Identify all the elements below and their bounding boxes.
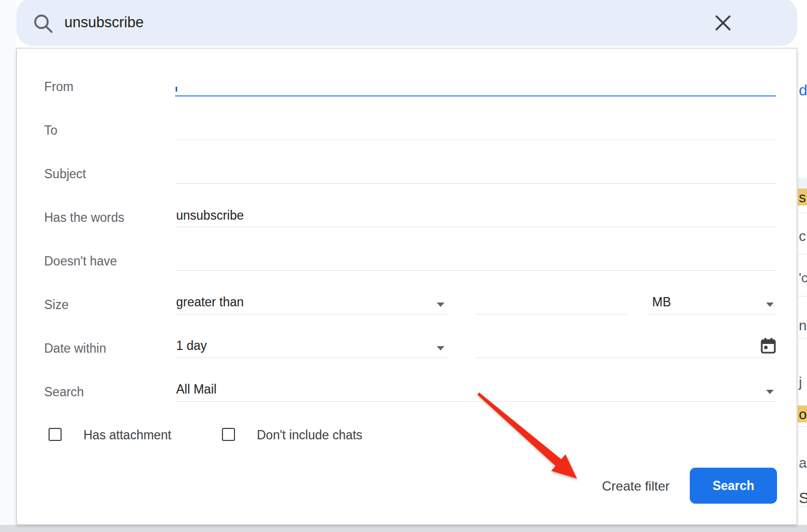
search-scope-select[interactable]: All Mail bbox=[175, 380, 777, 402]
background-text-fragment: S bbox=[799, 489, 807, 507]
has-words-input[interactable] bbox=[175, 205, 776, 227]
subject-row: Subject bbox=[44, 162, 776, 184]
search-query-text[interactable]: unsubscribe bbox=[64, 14, 144, 31]
chevron-down-icon bbox=[766, 303, 774, 307]
dont-include-chats-checkbox[interactable] bbox=[222, 428, 235, 441]
date-within-row: Date within 1 day bbox=[44, 336, 776, 358]
search-button[interactable]: Search bbox=[690, 468, 777, 504]
background-text-fragment: j bbox=[799, 374, 802, 391]
has-attachment-label: Has attachment bbox=[83, 426, 171, 444]
size-row: Size greater than MB bbox=[44, 293, 776, 315]
gmail-search-bar[interactable]: unsubscribe bbox=[16, 0, 797, 46]
background-row-band bbox=[798, 178, 807, 189]
has-words-label: Has the words bbox=[44, 205, 174, 227]
date-value-input[interactable] bbox=[475, 336, 732, 357]
create-filter-button[interactable]: Create filter bbox=[573, 477, 698, 495]
chevron-down-icon bbox=[437, 303, 444, 307]
checkbox-row: Has attachment Don't include chats bbox=[44, 426, 776, 444]
size-operator-select[interactable]: greater than bbox=[175, 293, 448, 315]
background-highlight-fragment: o bbox=[798, 406, 807, 422]
gmail-search-filter-screen: d s c 'c n j o a S unsubscribe bbox=[0, 0, 807, 532]
background-text-fragment: a bbox=[799, 455, 806, 471]
background-highlight-fragment: s bbox=[798, 189, 807, 205]
date-range-select[interactable]: 1 day bbox=[175, 336, 448, 358]
background-text-fragment: c bbox=[799, 228, 806, 245]
background-text-fragment: n bbox=[799, 317, 806, 334]
size-amount-field-wrap bbox=[475, 293, 627, 315]
background-mail-list-sliver: d s c 'c n j o a S bbox=[798, 0, 807, 525]
close-icon[interactable] bbox=[713, 13, 733, 35]
size-operator-value: greater than bbox=[176, 295, 244, 310]
from-input[interactable] bbox=[175, 75, 776, 96]
page-left-margin bbox=[0, 0, 16, 532]
background-link-fragment: d bbox=[799, 82, 807, 99]
page-bottom-strip bbox=[0, 525, 807, 532]
calendar-icon[interactable] bbox=[761, 338, 776, 357]
size-amount-input[interactable] bbox=[475, 293, 627, 313]
background-row-divider bbox=[798, 426, 807, 427]
background-row-divider bbox=[798, 464, 807, 465]
background-row-divider bbox=[798, 296, 807, 297]
chevron-down-icon bbox=[437, 346, 444, 350]
to-field-wrap bbox=[175, 118, 776, 140]
background-row-divider bbox=[798, 213, 807, 213]
subject-input[interactable] bbox=[175, 162, 776, 184]
subject-label: Subject bbox=[44, 162, 174, 184]
dont-include-chats-label: Don't include chats bbox=[257, 426, 363, 444]
search-scope-label: Search bbox=[44, 380, 174, 402]
doesnt-have-row: Doesn't have bbox=[44, 249, 776, 271]
background-text-fragment: 'c bbox=[799, 270, 807, 286]
date-range-value: 1 day bbox=[176, 338, 207, 353]
has-words-field-wrap bbox=[175, 205, 776, 227]
search-scope-row: Search All Mail bbox=[44, 380, 776, 402]
to-label: To bbox=[44, 118, 174, 140]
has-attachment-checkbox[interactable] bbox=[49, 428, 62, 441]
has-words-row: Has the words bbox=[44, 205, 776, 227]
search-scope-value: All Mail bbox=[176, 382, 216, 397]
size-label: Size bbox=[44, 293, 174, 315]
from-field-wrap bbox=[175, 75, 776, 96]
advanced-search-panel: From To Subject Has the words D bbox=[16, 48, 797, 525]
background-row-divider bbox=[798, 506, 807, 506]
doesnt-have-input[interactable] bbox=[175, 249, 776, 271]
size-unit-select[interactable]: MB bbox=[647, 293, 777, 315]
text-caret bbox=[176, 87, 177, 92]
subject-field-wrap bbox=[175, 162, 776, 184]
from-row: From bbox=[44, 75, 776, 96]
background-row-divider bbox=[798, 338, 807, 338]
search-icon bbox=[33, 13, 55, 37]
size-unit-value: MB bbox=[652, 295, 671, 310]
from-label: From bbox=[44, 75, 174, 96]
chevron-down-icon bbox=[766, 390, 774, 394]
to-row: To bbox=[44, 118, 776, 140]
doesnt-have-field-wrap bbox=[175, 249, 776, 271]
to-input[interactable] bbox=[175, 118, 776, 140]
background-row-divider bbox=[798, 254, 807, 255]
date-within-label: Date within bbox=[44, 336, 174, 358]
doesnt-have-label: Doesn't have bbox=[44, 249, 174, 271]
date-value-field-wrap bbox=[475, 336, 777, 358]
